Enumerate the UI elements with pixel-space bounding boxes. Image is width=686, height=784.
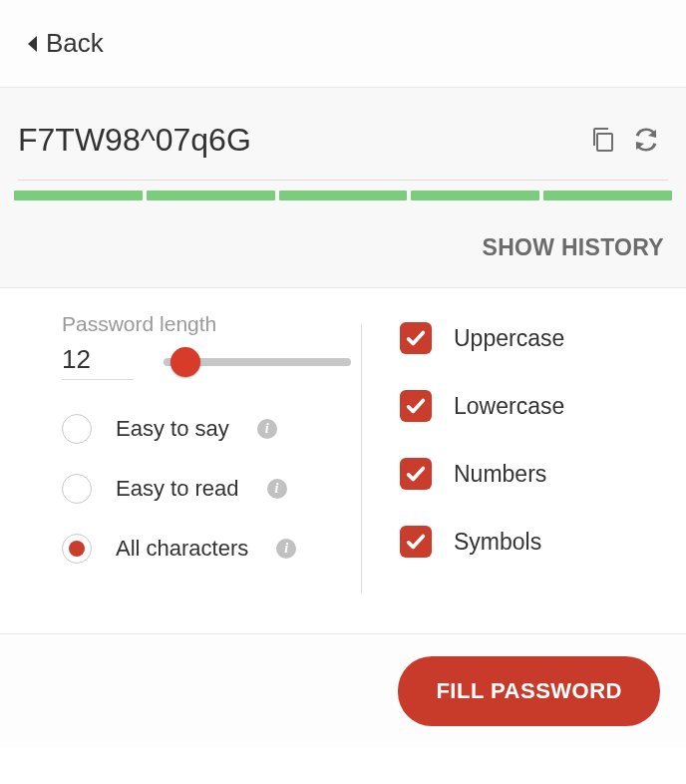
radio-indicator: [62, 534, 92, 564]
radio-indicator: [62, 474, 92, 504]
checkbox-label: Numbers: [454, 461, 546, 488]
divider: [18, 180, 668, 181]
radio-easy-to-read[interactable]: Easy to read i: [62, 474, 351, 504]
column-divider: [361, 324, 362, 593]
show-history-button[interactable]: SHOW HISTORY: [12, 234, 674, 261]
back-button[interactable]: Back: [26, 28, 104, 59]
back-label: Back: [46, 28, 104, 59]
svg-marker-0: [28, 36, 37, 52]
checkbox-indicator: [400, 322, 432, 354]
checkbox-label: Symbols: [454, 529, 541, 556]
generated-password: F7TW98^07q6G: [18, 122, 580, 159]
radio-label: Easy to read: [116, 476, 239, 502]
info-icon[interactable]: i: [267, 479, 287, 499]
checkbox-symbols[interactable]: Symbols: [400, 526, 646, 558]
length-slider[interactable]: [164, 347, 351, 377]
checkbox-lowercase[interactable]: Lowercase: [400, 390, 646, 422]
regenerate-button[interactable]: [624, 118, 668, 162]
radio-label: All characters: [116, 536, 248, 562]
strength-meter: [12, 191, 674, 200]
checkbox-indicator: [400, 458, 432, 490]
length-label: Password length: [62, 312, 351, 336]
info-icon[interactable]: i: [276, 539, 296, 559]
checkbox-indicator: [400, 526, 432, 558]
checkbox-label: Lowercase: [454, 393, 564, 420]
fill-password-button[interactable]: FILL PASSWORD: [398, 656, 660, 726]
radio-indicator: [62, 414, 92, 444]
copy-button[interactable]: [580, 118, 624, 162]
check-icon: [405, 395, 427, 417]
refresh-icon: [633, 127, 659, 153]
checkbox-indicator: [400, 390, 432, 422]
back-caret-icon: [26, 35, 38, 53]
info-icon[interactable]: i: [257, 419, 277, 439]
check-icon: [405, 327, 427, 349]
checkbox-numbers[interactable]: Numbers: [400, 458, 646, 490]
svg-rect-1: [597, 134, 612, 151]
checkbox-label: Uppercase: [454, 325, 564, 352]
slider-thumb[interactable]: [171, 347, 200, 377]
check-icon: [405, 463, 427, 485]
copy-icon: [590, 127, 614, 153]
length-input[interactable]: 12: [62, 344, 134, 380]
radio-all-characters[interactable]: All characters i: [62, 534, 351, 564]
length-value: 12: [62, 344, 134, 375]
radio-easy-to-say[interactable]: Easy to say i: [62, 414, 351, 444]
checkbox-uppercase[interactable]: Uppercase: [400, 322, 646, 354]
check-icon: [405, 531, 427, 553]
radio-label: Easy to say: [116, 416, 229, 442]
